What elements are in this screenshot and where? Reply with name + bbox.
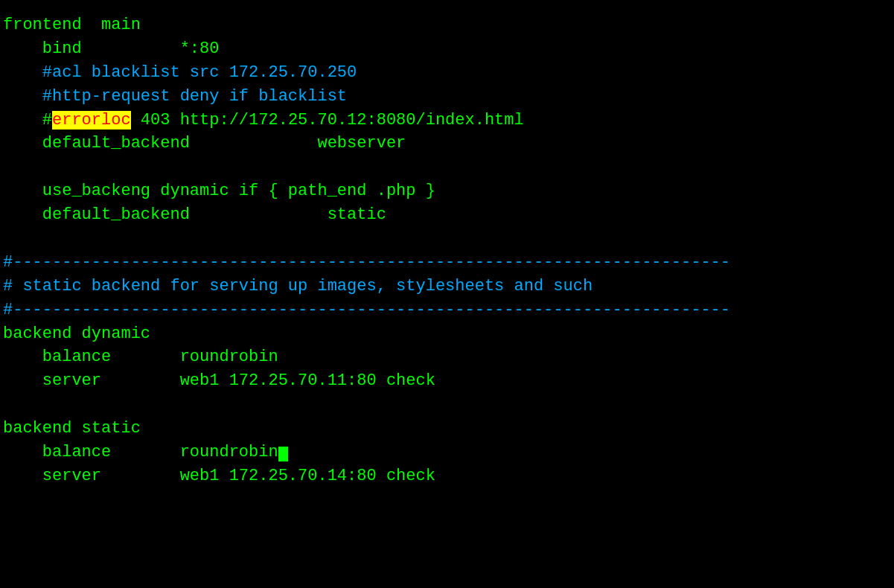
- line-frontend-main: frontend main: [0, 13, 894, 37]
- line-balance-static: balance roundrobin: [0, 441, 894, 464]
- line-use-backeng: use_backeng dynamic if { path_end .php }: [0, 179, 894, 203]
- line-separator-1: #---------------------------------------…: [0, 251, 894, 275]
- line-errorloc: #errorloc 403 http://172.25.70.12:8080/i…: [0, 109, 894, 132]
- line-comment-static-backend: # static backend for serving up images, …: [0, 275, 894, 298]
- line-balance-dynamic: balance roundrobin: [0, 345, 894, 369]
- line-backend-static: backend static: [0, 417, 894, 441]
- line-empty-2: [0, 227, 894, 251]
- line-http-request: #http-request deny if blacklist: [0, 85, 894, 109]
- line-acl-blacklist: #acl blacklist src 172.25.70.250: [0, 61, 894, 85]
- line-separator-2: #---------------------------------------…: [0, 298, 894, 322]
- line-bind: bind *:80: [0, 37, 894, 61]
- terminal-window: frontend main bind *:80 #acl blacklist s…: [0, 7, 894, 588]
- line-default-backend-2: default_backend static: [0, 203, 894, 227]
- line-backend-dynamic: backend dynamic: [0, 322, 894, 346]
- line-empty-1: [0, 156, 894, 179]
- line-default-backend-1: default_backend webserver: [0, 132, 894, 156]
- line-server-dynamic: server web1 172.25.70.11:80 check: [0, 369, 894, 393]
- errorloc-highlight: errorloc: [52, 111, 131, 130]
- line-empty-3: [0, 393, 894, 417]
- terminal-cursor: [278, 447, 288, 461]
- line-server-static: server web1 172.25.70.14:80 check: [0, 464, 894, 488]
